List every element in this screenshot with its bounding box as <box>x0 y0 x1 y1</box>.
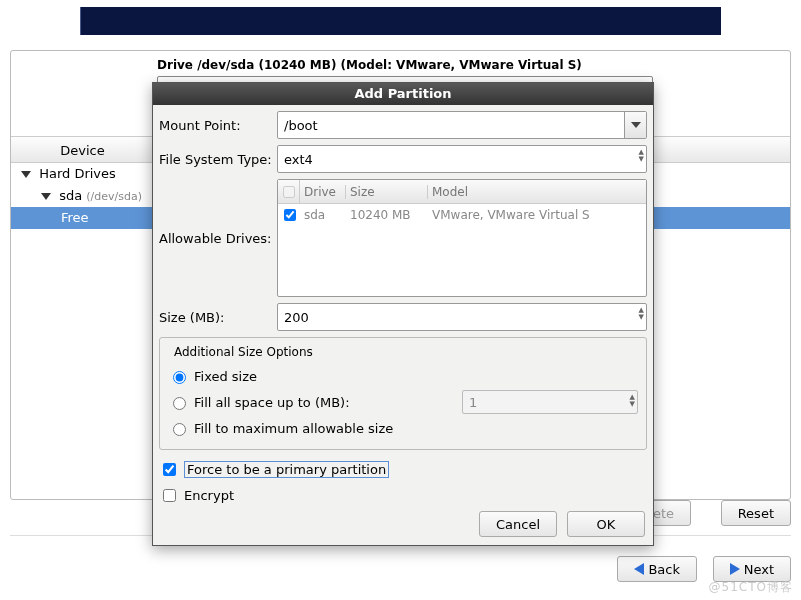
reset-button[interactable]: Reset <box>721 500 791 526</box>
encrypt-check[interactable] <box>163 489 176 502</box>
tree-free-label: Free <box>61 210 89 225</box>
tree-header-device[interactable]: Device <box>11 137 155 162</box>
mount-point-label: Mount Point: <box>159 118 277 133</box>
ok-button[interactable]: OK <box>567 511 645 537</box>
updown-icon[interactable]: ▲▼ <box>639 307 644 321</box>
tree-root-label: Hard Drives <box>39 166 116 181</box>
fixed-size-radio[interactable] <box>173 371 186 384</box>
mount-point-combo[interactable]: /boot <box>277 111 647 139</box>
drive-row-name: sda <box>300 208 346 222</box>
back-button[interactable]: Back <box>617 556 697 582</box>
drives-header-size: Size <box>346 185 428 199</box>
force-primary-label: Force to be a primary partition <box>184 461 389 478</box>
watermark: @51CTO博客 <box>709 579 793 596</box>
drive-row[interactable]: sda 10240 MB VMware, VMware Virtual S <box>278 204 646 226</box>
add-partition-dialog: Add Partition Mount Point: /boot File Sy… <box>152 82 654 546</box>
fill-up-radio[interactable] <box>173 397 186 410</box>
drive-row-size: 10240 MB <box>346 208 428 222</box>
drive-row-check[interactable] <box>284 209 296 221</box>
force-primary-check[interactable] <box>163 463 176 476</box>
chevron-down-icon[interactable] <box>624 112 646 138</box>
fill-up-label: Fill all space up to (MB): <box>194 395 350 410</box>
fill-up-value: 1 <box>469 395 477 410</box>
size-value: 200 <box>284 310 309 325</box>
chevron-down-icon <box>21 171 31 178</box>
additional-size-legend: Additional Size Options <box>170 345 317 359</box>
cancel-button[interactable]: Cancel <box>479 511 557 537</box>
chevron-down-icon <box>41 193 51 200</box>
fs-type-value: ext4 <box>284 152 313 167</box>
dialog-title: Add Partition <box>153 83 653 105</box>
fill-max-radio[interactable] <box>173 423 186 436</box>
updown-icon[interactable]: ▲▼ <box>639 149 644 163</box>
size-label: Size (MB): <box>159 310 277 325</box>
updown-icon[interactable]: ▲▼ <box>630 394 635 408</box>
drives-header-model: Model <box>428 185 646 199</box>
fs-type-label: File System Type: <box>159 152 277 167</box>
tree-device-label: sda <box>59 188 82 203</box>
mount-point-value: /boot <box>284 118 318 133</box>
drives-header: Drive Size Model <box>278 180 646 204</box>
encrypt-label: Encrypt <box>184 488 234 503</box>
drive-summary: Drive /dev/sda (10240 MB) (Model: VMware… <box>157 58 582 72</box>
fixed-size-label: Fixed size <box>194 369 257 384</box>
tree-device-path: (/dev/sda) <box>86 190 142 203</box>
drives-select-all[interactable] <box>283 186 295 198</box>
fs-type-combo[interactable]: ext4 ▲▼ <box>277 145 647 173</box>
top-banner <box>80 7 721 35</box>
fill-max-label: Fill to maximum allowable size <box>194 421 393 436</box>
fill-up-input[interactable]: 1 ▲▼ <box>462 390 638 414</box>
allowable-drives-label: Allowable Drives: <box>159 231 277 246</box>
allowable-drives-list[interactable]: Drive Size Model sda 10240 MB VMware, VM… <box>277 179 647 297</box>
arrow-right-icon <box>730 563 740 575</box>
drives-header-drive: Drive <box>300 185 346 199</box>
arrow-left-icon <box>634 563 644 575</box>
size-input[interactable]: 200 ▲▼ <box>277 303 647 331</box>
drive-row-model: VMware, VMware Virtual S <box>428 208 646 222</box>
additional-size-group: Additional Size Options Fixed size Fill … <box>159 337 647 450</box>
